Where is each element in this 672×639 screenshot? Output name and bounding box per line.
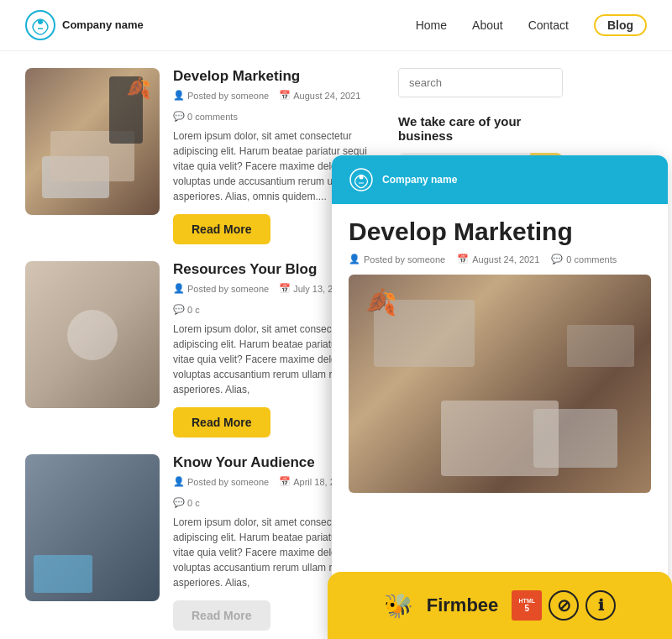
comment-icon-3: 💬 (173, 497, 185, 508)
detail-content: Develop Marketing 👤 Posted by someone 📅 … (332, 204, 668, 506)
svg-point-1 (38, 19, 43, 24)
detail-meta: 👤 Posted by someone 📅 August 24, 2021 💬 … (349, 254, 651, 265)
detail-comment-icon: 💬 (551, 254, 563, 265)
nav-about[interactable]: About (472, 18, 503, 32)
calendar-icon-2: 📅 (279, 283, 291, 294)
detail-logo-icon (349, 167, 374, 192)
detail-title: Develop Marketing (349, 217, 651, 245)
author-icon-2: 👤 (173, 283, 185, 294)
search-input[interactable] (399, 70, 560, 96)
post-comments-1: 💬 0 comments (173, 111, 238, 122)
firmbee-icons-group: HTML 5 ⊘ ℹ (512, 590, 616, 621)
blog-post-3: Know Your Audience 👤 Posted by someone 📅… (25, 454, 378, 631)
post-author-3: 👤 Posted by someone (173, 476, 269, 487)
svg-point-6 (360, 175, 364, 180)
author-icon-3: 👤 (173, 476, 185, 487)
blog-post-1: Develop Marketing 👤 Posted by someone 📅 … (25, 68, 378, 244)
site-header: Company name Home About Contact Blog (0, 0, 672, 51)
html5-badge: HTML 5 (512, 590, 542, 621)
nav-blog[interactable]: Blog (594, 14, 647, 36)
post-comments-3: 💬 0 c (173, 497, 200, 508)
main-page: Company name Home About Contact Blog Dev… (0, 0, 672, 639)
logo-icon (25, 10, 55, 40)
blog-post-2: Resources Your Blog 👤 Posted by someone … (25, 261, 378, 437)
nav-home[interactable]: Home (416, 18, 447, 32)
firmbee-bee-icon: 🐝 (384, 592, 413, 620)
post-image-3 (25, 454, 160, 601)
comment-icon-2: 💬 (173, 304, 185, 315)
calendar-icon: 📅 (279, 90, 291, 101)
post-image-1 (25, 68, 160, 215)
detail-header: Company name (332, 155, 668, 204)
calendar-icon-3: 📅 (279, 476, 291, 487)
sidebar-business-title: We take care of your business (398, 114, 563, 143)
info-icon: ℹ (585, 590, 616, 621)
post-date-1: 📅 August 24, 2021 (279, 90, 360, 101)
detail-calendar-icon: 📅 (457, 254, 469, 265)
no-sign-icon: ⊘ (549, 590, 579, 621)
post-title-1: Develop Marketing (173, 68, 378, 85)
author-icon: 👤 (173, 90, 185, 101)
read-more-btn-3[interactable]: Read More (173, 600, 270, 631)
firmbee-bar: 🐝 Firmbee HTML 5 ⊘ ℹ (328, 572, 672, 639)
company-name-label: Company name (62, 18, 144, 32)
detail-comments: 💬 0 comments (551, 254, 617, 265)
firmbee-name: Firmbee (427, 594, 499, 616)
person-decoration (109, 76, 143, 144)
detail-date: 📅 August 24, 2021 (457, 254, 539, 265)
read-more-btn-1[interactable]: Read More (173, 214, 270, 244)
detail-popup: Company name Develop Marketing 👤 Posted … (332, 155, 668, 639)
detail-author: 👤 Posted by someone (349, 254, 445, 265)
read-more-btn-2[interactable]: Read More (173, 407, 270, 437)
detail-author-icon: 👤 (349, 254, 360, 265)
post-comments-2: 💬 0 c (173, 304, 200, 315)
post-meta-1: 👤 Posted by someone 📅 August 24, 2021 💬 … (173, 90, 378, 122)
search-button[interactable] (560, 69, 563, 97)
logo-area[interactable]: Company name (25, 10, 144, 40)
detail-featured-image (349, 275, 651, 493)
nav-contact[interactable]: Contact (528, 18, 569, 32)
comment-icon: 💬 (173, 111, 185, 122)
post-image-2 (25, 261, 160, 408)
main-nav: Home About Contact Blog (416, 14, 647, 36)
blog-posts-list: Develop Marketing 👤 Posted by someone 📅 … (25, 68, 378, 631)
svg-point-0 (26, 11, 55, 39)
detail-company-name-label: Company name (382, 174, 457, 186)
post-author-1: 👤 Posted by someone (173, 90, 269, 101)
post-author-2: 👤 Posted by someone (173, 283, 269, 294)
search-box[interactable] (398, 68, 563, 97)
